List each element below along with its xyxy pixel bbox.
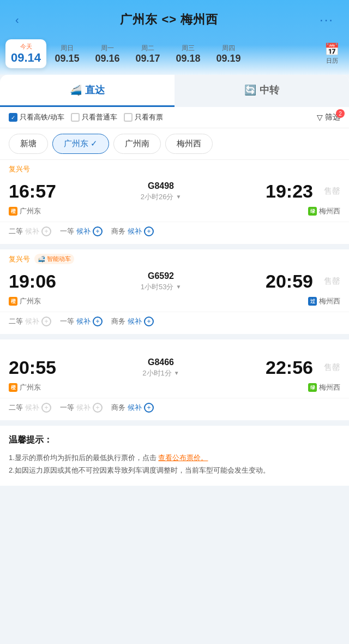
tab-bar: 🚄 直达 🔄 中转 <box>0 75 349 107</box>
filter-highspeed[interactable]: ✓ 只看高铁/动车 <box>9 112 64 122</box>
station-tab-guangzhoudong[interactable]: 广州东 <box>52 134 109 154</box>
train-card-g8498: 复兴号 16:57 G8498 2小时26分 ▼ 19:23 售罄 橙 广州东 … <box>0 160 349 244</box>
notice-link[interactable]: 查看公布票价。 <box>158 454 208 462</box>
notice-text: 1.显示的票价均为折扣后的最低执行票价，点击 查看公布票价。 2.如因运力原因或… <box>9 451 340 477</box>
station-row: 橙 广州东 绿 梅州西 <box>0 205 349 222</box>
expand-icon3[interactable]: ▼ <box>174 370 179 376</box>
train-main-row: 16:57 G8498 2小时26分 ▼ 19:23 售罄 <box>0 176 349 205</box>
train-duration2: 1小时53分 ▼ <box>141 282 182 292</box>
seat-business2: 商务 候补 + <box>111 317 154 326</box>
plus-business2[interactable]: + <box>144 317 154 326</box>
train-label-row3 <box>0 339 349 353</box>
expand-icon[interactable]: ▼ <box>176 194 181 200</box>
station-tab-xintang[interactable]: 新塘 <box>9 134 48 154</box>
station-tab-meizhoux[interactable]: 梅州西 <box>165 134 213 154</box>
arrive-badge3: 绿 <box>308 383 317 392</box>
filter-bar: ✓ 只看高铁/动车 只看普通车 只看有票 ▽ 筛选 2 <box>0 107 349 128</box>
seat-row2: 二等 候补 + 一等 候补 + 商务 候补 + <box>0 312 349 334</box>
filter-available[interactable]: 只看有票 <box>124 112 163 122</box>
depart-time3: 20:55 <box>9 357 63 378</box>
calendar-button[interactable]: 📅 日历 <box>320 40 344 67</box>
ticket-status: 售罄 <box>313 186 340 196</box>
filter-icon: ▽ <box>317 113 323 122</box>
seat-row3: 二等 候补 + 一等 候补 + 商务 候补 + <box>0 398 349 420</box>
arrive-station2: 过 梅州西 <box>286 296 340 306</box>
seat-row: 二等 候补 + 一等 候补 + 商务 候补 + <box>0 222 349 244</box>
notice-box: 温馨提示： 1.显示的票价均为折扣后的最低执行票价，点击 查看公布票价。 2.如… <box>0 426 349 486</box>
train-duration3: 2小时1分 ▼ <box>142 368 179 378</box>
seat-second: 二等 候补 + <box>9 226 51 236</box>
seat-second2: 二等 候补 + <box>9 317 51 326</box>
plus-business[interactable]: + <box>144 226 154 236</box>
filter-badge: 2 <box>336 109 345 118</box>
train-number3: G8466 <box>148 357 174 367</box>
depart-badge3: 橙 <box>9 383 17 392</box>
arrive-time: 19:23 <box>258 181 313 202</box>
plus-second3[interactable]: + <box>41 403 51 413</box>
plus-second[interactable]: + <box>41 226 51 236</box>
plus-first2[interactable]: + <box>93 317 103 326</box>
more-button[interactable]: ··· <box>315 10 338 29</box>
page-title: 广州东 <> 梅州西 <box>120 11 218 28</box>
train-middle3: G8466 2小时1分 ▼ <box>63 357 258 378</box>
filter-button[interactable]: ▽ 筛选 2 <box>317 112 340 122</box>
train-label-row: 复兴号 <box>0 160 349 176</box>
date-item-today[interactable]: 今天 09.14 <box>5 39 46 68</box>
date-bar: 今天 09.14 周日 09.15 周一 09.16 周二 09.17 周三 0… <box>0 35 349 75</box>
train-middle: G8498 2小时26分 ▼ <box>63 181 258 202</box>
fuxing-tag2: 复兴号 <box>9 254 30 264</box>
train-main-row2: 19:06 G6592 1小时53分 ▼ 20:59 售罄 <box>0 266 349 295</box>
depart-station2: 橙 广州东 <box>9 296 63 306</box>
arrive-time3: 22:56 <box>258 357 313 378</box>
seat-first3: 一等 候补 + <box>60 403 103 413</box>
train-number2: G6592 <box>148 271 174 281</box>
seat-first2: 一等 候补 + <box>60 317 103 326</box>
calendar-icon: 📅 <box>324 43 339 57</box>
arrive-time2: 20:59 <box>258 271 313 292</box>
plus-second2[interactable]: + <box>41 317 51 326</box>
seat-first: 一等 候补 + <box>60 226 103 236</box>
smart-tag: 🚅 智能动车 <box>34 254 74 264</box>
transfer-icon: 🔄 <box>244 84 256 96</box>
notice-title: 温馨提示： <box>9 434 340 446</box>
checkbox-highspeed: ✓ <box>9 113 17 122</box>
ticket-status2: 售罄 <box>313 276 340 287</box>
depart-badge: 橙 <box>9 207 17 216</box>
seat-business: 商务 候补 + <box>111 226 154 236</box>
checkbox-normal <box>71 113 80 122</box>
filter-normal[interactable]: 只看普通车 <box>71 112 117 122</box>
tab-transfer[interactable]: 🔄 中转 <box>174 75 349 107</box>
train-card-g8466: 20:55 G8466 2小时1分 ▼ 22:56 售罄 橙 广州东 绿 梅州西… <box>0 339 349 420</box>
train-number: G8498 <box>148 181 174 191</box>
date-item-3[interactable]: 周二 09.17 <box>128 40 167 68</box>
date-item-1[interactable]: 周日 09.15 <box>47 40 87 68</box>
seat-business3: 商务 候补 + <box>111 403 154 413</box>
arrive-badge2: 过 <box>308 297 317 306</box>
station-tab-guangzhounan[interactable]: 广州南 <box>113 134 161 154</box>
date-item-5[interactable]: 周四 09.19 <box>209 40 248 68</box>
train-main-row3: 20:55 G8466 2小时1分 ▼ 22:56 售罄 <box>0 353 349 381</box>
train-icon: 🚄 <box>70 84 82 96</box>
plus-first[interactable]: + <box>93 226 103 236</box>
depart-badge2: 橙 <box>9 297 17 306</box>
arrive-station3: 绿 梅州西 <box>286 383 340 392</box>
date-item-4[interactable]: 周三 09.18 <box>169 40 208 68</box>
train-list: 复兴号 16:57 G8498 2小时26分 ▼ 19:23 售罄 橙 广州东 … <box>0 160 349 486</box>
fuxing-tag: 复兴号 <box>9 164 30 174</box>
ticket-status3: 售罄 <box>313 362 340 373</box>
back-button[interactable]: ‹ <box>11 11 23 28</box>
seat-second3: 二等 候补 + <box>9 403 51 413</box>
arrive-badge: 绿 <box>308 207 317 216</box>
arrive-station: 绿 梅州西 <box>286 206 340 216</box>
train-duration: 2小时26分 ▼ <box>141 192 182 202</box>
plus-first3[interactable]: + <box>93 403 103 413</box>
expand-icon2[interactable]: ▼ <box>176 284 181 290</box>
notice-line1: 1.显示的票价均为折扣后的最低执行票价，点击 <box>9 454 158 462</box>
checkbox-available <box>124 113 133 122</box>
train-middle2: G6592 1小时53分 ▼ <box>63 271 258 292</box>
date-item-2[interactable]: 周一 09.16 <box>88 40 127 68</box>
tab-direct[interactable]: 🚄 直达 <box>0 75 174 107</box>
plus-business3[interactable]: + <box>144 403 154 413</box>
station-tabs: 新塘 广州东 广州南 梅州西 <box>0 128 349 160</box>
train-card-g6592: 复兴号 🚅 智能动车 19:06 G6592 1小时53分 ▼ 20:59 售罄… <box>0 249 349 334</box>
